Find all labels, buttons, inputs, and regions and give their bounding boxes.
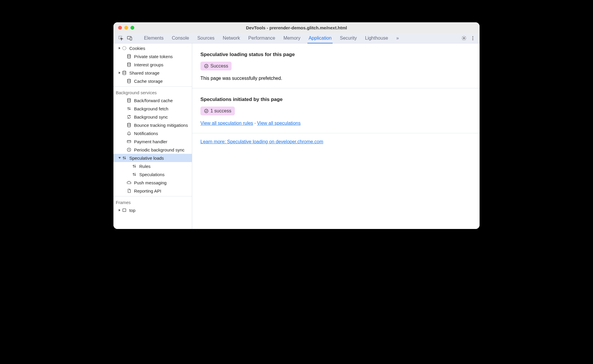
database-icon xyxy=(126,78,132,84)
sidebar-item-label: Rules xyxy=(139,164,150,169)
sidebar-section-background-services: Background services xyxy=(113,88,192,96)
svg-point-6 xyxy=(473,39,473,40)
svg-rect-16 xyxy=(123,209,126,211)
cloud-icon xyxy=(126,180,132,185)
sidebar-item-label: Cache storage xyxy=(134,79,163,84)
sidebar-item-label: Periodic background sync xyxy=(134,147,185,152)
tab-sources[interactable]: Sources xyxy=(193,33,219,43)
tab-network[interactable]: Network xyxy=(219,33,244,43)
sidebar-item-payment-handler[interactable]: Payment handler xyxy=(113,137,192,146)
titlebar: DevTools - prerender-demos.glitch.me/nex… xyxy=(113,22,480,33)
chevron-right-icon xyxy=(118,46,122,50)
updown-icon xyxy=(132,164,137,169)
inspect-icon[interactable] xyxy=(118,36,123,41)
sidebar-item-cache-storage[interactable]: Cache storage xyxy=(113,77,192,85)
initiated-badge: 1 success xyxy=(200,107,235,115)
status-badge: Success xyxy=(200,62,232,70)
sidebar-item-label: Speculative loads xyxy=(129,156,164,161)
sidebar-item-frame-top[interactable]: top xyxy=(113,206,192,214)
window-title: DevTools - prerender-demos.glitch.me/nex… xyxy=(113,25,480,30)
cookie-icon xyxy=(122,45,127,51)
svg-point-11 xyxy=(128,79,131,80)
svg-point-8 xyxy=(128,54,131,55)
chevron-right-icon xyxy=(118,71,122,75)
sidebar-item-background-fetch[interactable]: Background fetch xyxy=(113,105,192,113)
status-heading: Speculative loading status for this page xyxy=(200,52,471,58)
sidebar-item-background-sync[interactable]: Background sync xyxy=(113,113,192,121)
initiated-section: Speculations initiated by this page 1 su… xyxy=(192,88,480,133)
check-circle-icon xyxy=(204,64,209,68)
close-icon[interactable] xyxy=(118,26,122,30)
tab-console[interactable]: Console xyxy=(168,33,193,43)
sidebar-item-label: Payment handler xyxy=(134,139,167,144)
device-toolbar-icon[interactable] xyxy=(127,36,132,41)
updown-icon xyxy=(126,106,132,111)
sidebar-item-label: Reporting API xyxy=(134,188,161,193)
updown-icon xyxy=(132,172,137,177)
status-badge-label: Success xyxy=(210,63,228,69)
svg-rect-14 xyxy=(127,140,131,143)
status-description: This page was successfully prefetched. xyxy=(200,76,471,81)
sidebar-item-label: top xyxy=(129,208,135,213)
clock-icon xyxy=(126,147,132,152)
sidebar-item-reporting-api[interactable]: Reporting API xyxy=(113,187,192,195)
document-icon xyxy=(126,188,132,193)
sidebar-item-push-messaging[interactable]: Push messaging xyxy=(113,178,192,187)
chevron-right-icon xyxy=(118,208,122,212)
sidebar-item-label: Background fetch xyxy=(134,106,168,111)
devtools-tabbar: Elements Console Sources Network Perform… xyxy=(113,33,480,43)
sidebar-item-label: Back/forward cache xyxy=(134,98,173,103)
sidebar-item-bounce-tracking[interactable]: Bounce tracking mitigations xyxy=(113,121,192,129)
card-icon xyxy=(126,139,132,144)
database-icon xyxy=(126,54,132,59)
tab-lighthouse[interactable]: Lighthouse xyxy=(361,33,392,43)
sidebar-item-rules[interactable]: Rules xyxy=(113,162,192,170)
svg-point-17 xyxy=(205,64,208,68)
sidebar-item-interest-groups[interactable]: Interest groups xyxy=(113,60,192,69)
sidebar-item-bfcache[interactable]: Back/forward cache xyxy=(113,96,192,105)
tab-security[interactable]: Security xyxy=(336,33,361,43)
sidebar-item-label: Notifications xyxy=(134,131,158,136)
database-icon xyxy=(126,98,132,103)
sidebar-item-label: Bounce tracking mitigations xyxy=(134,123,188,128)
learn-more-link[interactable]: Learn more: Speculative loading on devel… xyxy=(200,139,323,144)
status-section: Speculative loading status for this page… xyxy=(192,43,480,88)
sidebar-item-label: Background sync xyxy=(134,114,168,119)
minimize-icon[interactable] xyxy=(124,26,128,30)
tab-performance[interactable]: Performance xyxy=(244,33,279,43)
svg-point-12 xyxy=(128,98,131,100)
svg-point-18 xyxy=(205,109,208,113)
sidebar-item-notifications[interactable]: Notifications xyxy=(113,129,192,137)
tab-application[interactable]: Application xyxy=(304,33,336,43)
database-icon xyxy=(126,62,132,67)
sidebar-section-frames: Frames xyxy=(113,198,192,206)
svg-point-13 xyxy=(128,123,131,124)
updown-icon xyxy=(122,155,127,161)
more-vert-icon[interactable] xyxy=(470,36,475,41)
speculative-loads-panel: Speculative loading status for this page… xyxy=(192,43,480,229)
initiated-badge-label: 1 success xyxy=(210,108,231,114)
svg-point-9 xyxy=(128,63,131,64)
sidebar-item-shared-storage[interactable]: Shared storage xyxy=(113,69,192,77)
tab-elements[interactable]: Elements xyxy=(140,33,168,43)
database-icon xyxy=(126,122,132,128)
sidebar-item-speculations[interactable]: Speculations xyxy=(113,170,192,178)
tab-more[interactable]: » xyxy=(392,33,403,43)
learn-more-section: Learn more: Speculative loading on devel… xyxy=(192,133,480,150)
tabs: Elements Console Sources Network Perform… xyxy=(140,33,403,43)
view-speculations-link[interactable]: View all speculations xyxy=(257,121,301,126)
sidebar-item-speculative-loads[interactable]: Speculative loads xyxy=(113,154,192,162)
gear-icon[interactable] xyxy=(461,36,467,41)
view-rules-link[interactable]: View all speculation rules xyxy=(200,121,253,126)
sidebar-item-periodic-sync[interactable]: Periodic background sync xyxy=(113,146,192,154)
fullscreen-icon[interactable] xyxy=(130,26,134,30)
sidebar-item-label: Cookies xyxy=(129,46,145,51)
initiated-heading: Speculations initiated by this page xyxy=(200,97,471,102)
sidebar-item-private-state-tokens[interactable]: Private state tokens xyxy=(113,52,192,60)
sidebar-item-cookies[interactable]: Cookies xyxy=(113,44,192,52)
check-circle-icon xyxy=(204,109,209,113)
database-icon xyxy=(122,70,127,75)
sidebar-item-label: Push messaging xyxy=(134,180,167,185)
tab-memory[interactable]: Memory xyxy=(279,33,304,43)
svg-rect-2 xyxy=(130,37,132,40)
